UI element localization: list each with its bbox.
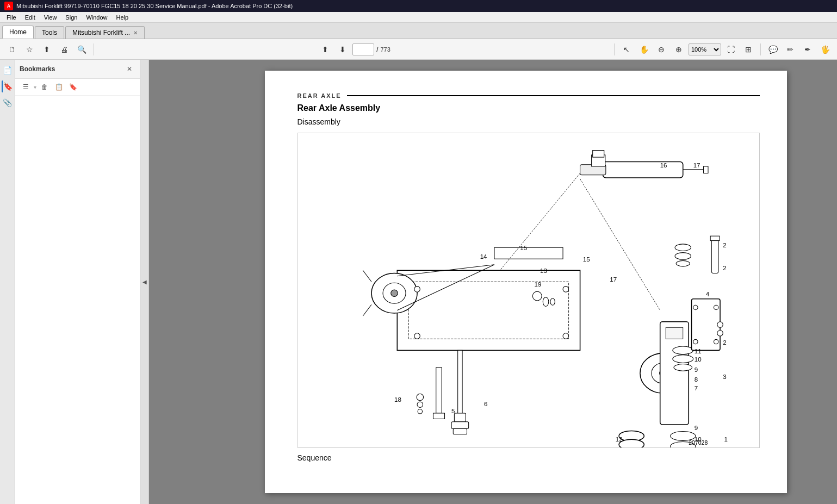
main-layout: 📄 🔖 📎 Bookmarks ✕ ☰ ▾ 🗑 📋 🔖 ◀ REAR AXLE <box>0 60 837 504</box>
svg-text:15: 15 <box>520 245 527 251</box>
svg-rect-56 <box>451 422 469 429</box>
svg-point-21 <box>676 260 690 266</box>
svg-point-49 <box>532 291 542 301</box>
pdf-page: REAR AXLE Rear Axle Assembly Disassembly <box>265 71 787 493</box>
tab-home[interactable]: Home <box>2 26 34 39</box>
menu-edit[interactable]: Edit <box>21 14 40 21</box>
tab-home-label: Home <box>9 28 27 36</box>
bookmark-button[interactable]: ☆ <box>22 42 37 57</box>
bookmarks-list-button[interactable]: ☰ <box>20 81 32 93</box>
section-label: REAR AXLE <box>297 92 342 99</box>
bookmarks-title: Bookmarks <box>20 65 55 73</box>
svg-rect-48 <box>433 413 444 419</box>
svg-rect-16 <box>703 166 708 173</box>
menu-view[interactable]: View <box>40 14 61 21</box>
app-icon: A <box>4 2 13 10</box>
bookmarks-close-button[interactable]: ✕ <box>123 63 135 75</box>
tab-tools[interactable]: Tools <box>35 26 64 39</box>
page-number-input[interactable]: 397 <box>352 43 374 55</box>
page-total: 773 <box>380 46 390 53</box>
menu-help[interactable]: Help <box>112 14 133 21</box>
svg-rect-55 <box>454 413 466 422</box>
pdf-page-partial <box>200 71 265 493</box>
svg-text:9: 9 <box>694 425 697 431</box>
svg-text:207028: 207028 <box>689 439 708 446</box>
svg-point-19 <box>675 244 691 251</box>
svg-rect-11 <box>457 350 462 419</box>
zoom-in-button[interactable]: ⊕ <box>671 42 686 57</box>
upload-button[interactable]: ⬆ <box>39 42 54 57</box>
svg-rect-18 <box>592 151 604 158</box>
svg-point-43 <box>414 287 420 293</box>
svg-point-5 <box>390 290 398 297</box>
svg-text:16: 16 <box>660 162 667 169</box>
bookmarks-content <box>15 96 140 504</box>
tab-doc[interactable]: Mitsubishi Forklift ... ✕ <box>65 26 145 39</box>
bookmarks-panel: Bookmarks ✕ ☰ ▾ 🗑 📋 🔖 <box>15 60 140 504</box>
panel-collapse-handle[interactable]: ◀ <box>140 60 149 504</box>
tab-doc-close[interactable]: ✕ <box>133 30 138 36</box>
svg-text:8: 8 <box>694 376 697 383</box>
svg-text:3: 3 <box>723 374 726 380</box>
menu-bar: File Edit View Sign Window Help <box>0 12 837 23</box>
main-toolbar: 🗋 ☆ ⬆ 🖨 🔍 ⬆ ⬇ 397 / 773 ↖ ✋ ⊖ ⊕ 100% 75%… <box>0 39 837 60</box>
measure-button[interactable]: ⊞ <box>741 42 756 57</box>
next-section-heading: Sequence <box>297 453 760 462</box>
svg-point-50 <box>543 297 549 307</box>
tab-bar: Home Tools Mitsubishi Forklift ... ✕ <box>0 23 837 39</box>
svg-text:7: 7 <box>694 385 697 391</box>
svg-point-44 <box>414 333 420 339</box>
menu-file[interactable]: File <box>2 14 21 21</box>
bookmarks-tag-button[interactable]: 🔖 <box>67 81 79 93</box>
hand-tool-button[interactable]: ✋ <box>636 42 652 57</box>
diagram-svg: 17 16 2 2 4 2 3 11 10 9 8 7 <box>298 133 759 447</box>
svg-text:2: 2 <box>723 265 726 271</box>
fit-page-button[interactable]: ⛶ <box>723 42 739 57</box>
sidebar-page-icon[interactable]: 📄 <box>2 64 14 76</box>
svg-text:19: 19 <box>534 281 541 288</box>
comment-button[interactable]: 💬 <box>765 42 780 57</box>
toolbar-separator-1 <box>94 43 94 55</box>
svg-rect-38 <box>494 247 562 259</box>
menu-window[interactable]: Window <box>82 14 111 21</box>
svg-text:17: 17 <box>610 276 617 283</box>
toolbar-separator-2 <box>614 43 615 55</box>
zoom-select[interactable]: 100% 75% 150% 200% <box>689 43 721 55</box>
next-page-button[interactable]: ⬇ <box>335 42 350 57</box>
svg-point-52 <box>417 394 424 401</box>
pen-button[interactable]: ✏ <box>783 42 798 57</box>
stamp-button[interactable]: 🖐 <box>817 42 833 57</box>
sidebar-attachment-icon[interactable]: 📎 <box>2 97 14 109</box>
bookmarks-toolbar: ☰ ▾ 🗑 📋 🔖 <box>15 79 140 96</box>
svg-point-32 <box>693 305 697 309</box>
new-file-button[interactable]: 🗋 <box>4 42 20 57</box>
bookmarks-delete-button[interactable]: 🗑 <box>39 81 51 93</box>
title-bar: A Mitsubishi Forklift 99719-70110 FGC15 … <box>0 0 837 12</box>
section-line <box>347 95 760 96</box>
svg-point-34 <box>693 339 697 344</box>
menu-sign[interactable]: Sign <box>61 14 82 21</box>
svg-point-51 <box>550 298 554 306</box>
zoom-out-button[interactable]: ⊖ <box>654 42 669 57</box>
svg-point-53 <box>417 402 423 408</box>
pdf-viewer[interactable]: REAR AXLE Rear Axle Assembly Disassembly <box>149 60 837 504</box>
svg-rect-13 <box>603 162 683 178</box>
print-button[interactable]: 🖨 <box>57 42 72 57</box>
sidebar-bookmark-icon[interactable]: 🔖 <box>2 80 14 92</box>
svg-text:10: 10 <box>694 356 701 363</box>
bookmarks-new-button[interactable]: 📋 <box>53 81 65 93</box>
highlight-button[interactable]: ✒ <box>800 42 815 57</box>
page-navigation: ⬆ ⬇ 397 / 773 <box>98 42 610 57</box>
svg-point-45 <box>563 287 569 293</box>
page-title: Rear Axle Assembly <box>297 103 760 113</box>
svg-point-36 <box>717 322 723 328</box>
prev-page-button[interactable]: ⬆ <box>318 42 333 57</box>
window-title: Mitsubishi Forklift 99719-70110 FGC15 18… <box>16 3 293 9</box>
cursor-tool-button[interactable]: ↖ <box>619 42 634 57</box>
svg-text:9: 9 <box>694 366 697 373</box>
search-button[interactable]: 🔍 <box>74 42 89 57</box>
svg-rect-29 <box>711 239 718 273</box>
toolbar-separator-3 <box>760 43 761 55</box>
left-sidebar-icons: 📄 🔖 📎 <box>0 60 15 504</box>
diagram-container: 17 16 2 2 4 2 3 11 10 9 8 7 <box>297 133 760 448</box>
